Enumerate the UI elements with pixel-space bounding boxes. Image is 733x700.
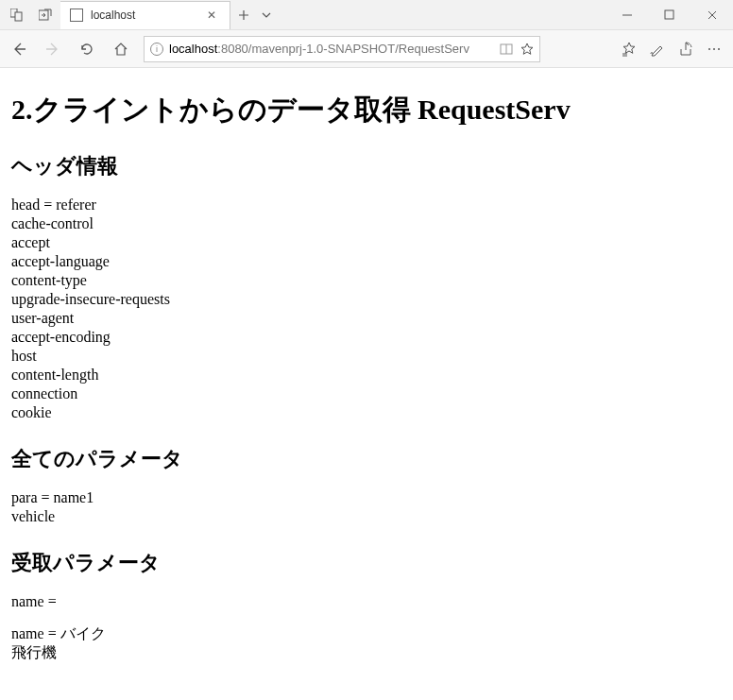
notes-icon[interactable] bbox=[650, 42, 665, 57]
svg-rect-1 bbox=[15, 12, 22, 21]
params-list: para = name1vehicle bbox=[11, 488, 722, 526]
text-line: accept-language bbox=[11, 252, 722, 271]
recent-activity-icon[interactable] bbox=[6, 4, 28, 26]
text-line: head = referer bbox=[11, 196, 722, 214]
text-line: para = name1 bbox=[11, 488, 722, 507]
titlebar: localhost ✕ bbox=[0, 0, 733, 30]
share-icon[interactable] bbox=[678, 42, 693, 57]
text-line: name = バイク bbox=[11, 624, 722, 643]
svg-point-7 bbox=[718, 48, 720, 50]
forward-button[interactable] bbox=[42, 38, 64, 60]
refresh-button[interactable] bbox=[76, 38, 98, 60]
text-line: vehicle bbox=[11, 507, 722, 526]
favorite-star-icon[interactable] bbox=[520, 43, 534, 56]
tab-strip-actions bbox=[230, 9, 272, 21]
section-heading-params: 全てのパラメータ bbox=[11, 445, 722, 473]
back-button[interactable] bbox=[8, 38, 30, 60]
titlebar-left bbox=[0, 4, 57, 26]
text-line: cache-control bbox=[11, 214, 722, 233]
home-button[interactable] bbox=[110, 38, 132, 60]
section-heading-recv: 受取パラメータ bbox=[11, 549, 722, 577]
close-window-button[interactable] bbox=[690, 0, 733, 30]
text-line: host bbox=[11, 347, 722, 366]
headers-list: head = referercache-controlacceptaccept-… bbox=[11, 196, 722, 422]
favorites-list-icon[interactable] bbox=[622, 42, 637, 57]
maximize-button[interactable] bbox=[648, 0, 690, 30]
address-bar[interactable]: i localhost:8080/mavenprj-1.0-SNAPSHOT/R… bbox=[144, 36, 540, 62]
toolbar-right bbox=[622, 42, 725, 57]
recv-list: name = バイク飛行機 bbox=[11, 624, 722, 662]
minimize-button[interactable] bbox=[605, 0, 648, 30]
page-icon bbox=[70, 9, 83, 22]
more-icon[interactable] bbox=[707, 42, 722, 57]
text-line: content-type bbox=[11, 271, 722, 290]
text-line: accept bbox=[11, 233, 722, 252]
section-heading-headers: ヘッダ情報 bbox=[11, 152, 722, 180]
text-line: connection bbox=[11, 384, 722, 403]
text-line: cookie bbox=[11, 403, 722, 422]
text-line: user-agent bbox=[11, 309, 722, 328]
text-line: accept-encoding bbox=[11, 328, 722, 347]
chevron-down-icon[interactable] bbox=[261, 9, 272, 21]
text-line: content-length bbox=[11, 366, 722, 384]
info-icon[interactable]: i bbox=[150, 43, 163, 56]
text-line: upgrade-insecure-requests bbox=[11, 290, 722, 309]
set-aside-icon[interactable] bbox=[34, 4, 57, 26]
svg-point-6 bbox=[713, 48, 715, 50]
page-title: 2.クライントからのデータ取得 RequestServ bbox=[11, 91, 722, 129]
page-content: 2.クライントからのデータ取得 RequestServ ヘッダ情報 head =… bbox=[0, 68, 733, 672]
recv-first-line: name = bbox=[11, 592, 722, 611]
new-tab-icon[interactable] bbox=[238, 9, 249, 21]
address-text: localhost:8080/mavenprj-1.0-SNAPSHOT/Req… bbox=[169, 42, 494, 56]
address-actions bbox=[500, 43, 534, 56]
svg-rect-3 bbox=[665, 10, 673, 19]
reading-view-icon[interactable] bbox=[500, 43, 513, 56]
window-controls bbox=[605, 0, 733, 30]
browser-tab[interactable]: localhost ✕ bbox=[60, 1, 230, 29]
svg-point-5 bbox=[708, 48, 710, 50]
toolbar: i localhost:8080/mavenprj-1.0-SNAPSHOT/R… bbox=[0, 30, 733, 68]
text-line: 飛行機 bbox=[11, 643, 722, 662]
tab-title: localhost bbox=[91, 9, 196, 22]
close-tab-icon[interactable]: ✕ bbox=[203, 9, 220, 22]
